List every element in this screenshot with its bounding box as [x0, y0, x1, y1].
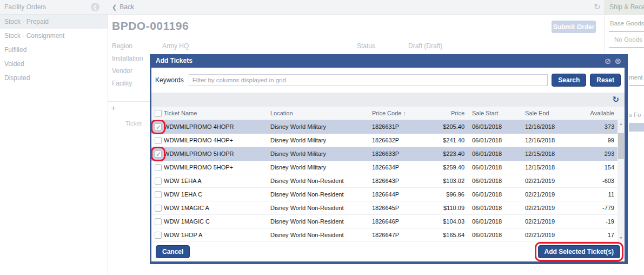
back-button[interactable]: ❮Back [112, 3, 134, 11]
ticket-name-cell: WDW 1EHA C [164, 191, 270, 198]
ticket-name-cell: WDW 1MAGIC C [164, 218, 270, 225]
sidebar-item-disputed[interactable]: Disputed [0, 71, 108, 85]
price-cell: $104.03 [411, 218, 466, 225]
panel-text-fragment: ment [629, 74, 643, 81]
table-row[interactable]: WDW 1EHA C Disney World Non-Resident 182… [151, 188, 625, 201]
column-header-ticket-name[interactable]: Ticket Name [164, 110, 270, 116]
select-all-checkbox[interactable] [155, 110, 162, 117]
sale-start-cell: 06/01/2018 [466, 137, 525, 143]
back-chevron-icon: ❮ [112, 4, 117, 10]
ticket-name-cell: WDW 1EHA A [164, 178, 270, 184]
sidebar-item-label: Fulfilled [4, 46, 26, 54]
ticket-name-cell: WDWMILPROMO 5HOP+ [164, 164, 270, 171]
modal-header[interactable]: Add Tickets ⊘ ⊗ [151, 54, 625, 68]
price-code-cell: 1826631P [372, 123, 411, 130]
column-header-sale-start[interactable]: Sale Start [466, 110, 525, 116]
scroll-up-icon[interactable]: ▲ [618, 120, 625, 128]
page-title: BPDO-001196 [112, 19, 189, 32]
sort-asc-icon: ↑ [403, 110, 406, 116]
sidebar-item-voided[interactable]: Voided [0, 57, 108, 71]
sale-start-cell: 06/01/2018 [466, 178, 525, 184]
sale-end-cell: 02/21/2019 [525, 232, 579, 238]
table-row[interactable]: WDW 1MAGIC C Disney World Non-Resident 1… [151, 215, 625, 228]
row-checkbox[interactable] [155, 164, 162, 171]
sidebar-item-stock-consignment[interactable]: Stock - Consignment [0, 29, 108, 43]
table-row[interactable]: WDWMILPROMO 4HOPR Disney World Military … [151, 120, 625, 134]
sale-end-cell: 12/15/2018 [525, 164, 579, 171]
price-cell: $110.09 [411, 205, 466, 211]
price-code-cell: 1826645P [372, 205, 411, 211]
keywords-input[interactable] [189, 74, 548, 86]
add-selected-button[interactable]: Add Selected Ticket(s) [538, 245, 620, 258]
location-cell: Disney World Military [270, 164, 372, 171]
close-icon[interactable]: ⊗ [614, 57, 621, 65]
screen: Facility Orders ❮ ❮Back ↻ Ship & Recei S… [0, 0, 644, 275]
available-cell: 373 [579, 123, 618, 130]
row-checkbox[interactable] [155, 150, 162, 158]
sidebar-item-fulfilled[interactable]: Fulfilled [0, 43, 108, 57]
price-cell: $205.40 [411, 123, 466, 130]
field-row: RegionArmy HQ [112, 40, 189, 53]
vertical-scrollbar[interactable]: ▲ ▼ [618, 120, 625, 242]
table-row[interactable]: WDWMILPROMO 5HOP+ Disney World Military … [151, 161, 625, 174]
row-checkbox[interactable] [155, 205, 162, 212]
sidebar-item-stock-prepaid[interactable]: Stock - Prepaid [0, 15, 108, 29]
search-button[interactable]: Search [552, 74, 586, 87]
row-checkbox[interactable] [155, 218, 162, 225]
modal-title: Add Tickets [156, 57, 192, 64]
available-cell: 154 [579, 164, 618, 171]
price-code-cell: 1826644P [372, 191, 411, 198]
row-checkbox[interactable] [155, 178, 162, 185]
back-label: Back [119, 3, 134, 11]
ticket-name-cell: WDWMILPROMO 5HOPR [164, 150, 270, 157]
sale-end-cell: 12/16/2018 [525, 123, 579, 130]
ticket-name-cell: WDWMILPROMO 4HOP+ [164, 137, 270, 143]
table-row[interactable]: WDW 1MAGIC A Disney World Non-Resident 1… [151, 201, 625, 215]
grid-refresh-icon[interactable]: ↻ [612, 95, 619, 104]
cancel-button[interactable]: Cancel [156, 245, 190, 258]
sale-end-cell: 02/21/2019 [525, 191, 579, 198]
sale-end-cell: 02/21/2019 [525, 178, 579, 184]
row-checkbox[interactable] [155, 232, 162, 239]
column-header-price-code[interactable]: Price Code↑ [372, 110, 411, 116]
ship-receive-panel-header[interactable]: Ship & Recei [605, 0, 644, 15]
column-header-sale-end[interactable]: Sale End [525, 110, 579, 116]
sale-start-cell: 06/01/2018 [466, 232, 525, 238]
panel-text-fragment: No Goods R [614, 36, 644, 43]
sidebar-collapse-icon[interactable]: ❮ [91, 3, 99, 11]
row-checkbox[interactable] [155, 191, 162, 198]
column-header-price[interactable]: Price [411, 110, 466, 116]
price-code-cell: 1826646P [372, 218, 411, 225]
selected-row-fragment [629, 123, 644, 132]
available-cell: 17 [579, 232, 618, 238]
table-row[interactable]: WDW 1HOP A Disney World Non-Resident 182… [151, 228, 625, 242]
sidebar-item-label: Stock - Prepaid [4, 18, 49, 25]
status-value: Draft (Draft) [408, 40, 442, 53]
sidebar-item-label: Disputed [4, 74, 30, 82]
sale-end-cell: 12/16/2018 [525, 137, 579, 143]
price-cell: $223.40 [411, 150, 466, 157]
table-row[interactable]: WDWMILPROMO 4HOP+ Disney World Military … [151, 134, 625, 147]
scroll-down-icon[interactable]: ▼ [618, 234, 625, 242]
panel-text-fragment: Base Goods F [610, 20, 644, 27]
table-row[interactable]: WDWMILPROMO 5HOPR Disney World Military … [151, 147, 625, 161]
sale-start-cell: 06/01/2018 [466, 150, 525, 157]
location-cell: Disney World Military [270, 137, 372, 143]
location-cell: Disney World Military [270, 150, 372, 157]
reset-button[interactable]: Reset [590, 74, 621, 87]
sidebar: Stock - Prepaid Stock - Consignment Fulf… [0, 15, 108, 275]
price-cell: $241.40 [411, 137, 466, 143]
add-icon[interactable]: + [111, 103, 116, 113]
column-header-available[interactable]: Available [579, 110, 618, 116]
price-code-cell: 1826632P [372, 137, 411, 143]
row-checkbox[interactable] [155, 123, 162, 130]
row-checkbox[interactable] [155, 137, 162, 144]
column-header-location[interactable]: Location [270, 110, 372, 116]
scrollbar-thumb[interactable] [618, 133, 624, 159]
ban-icon[interactable]: ⊘ [605, 57, 612, 65]
available-cell: -19 [579, 218, 618, 225]
table-row[interactable]: WDW 1EHA A Disney World Non-Resident 182… [151, 174, 625, 188]
price-cell: $103.02 [411, 178, 466, 184]
refresh-icon[interactable]: ↻ [594, 2, 601, 12]
submit-order-button[interactable]: Submit Order [552, 21, 596, 33]
